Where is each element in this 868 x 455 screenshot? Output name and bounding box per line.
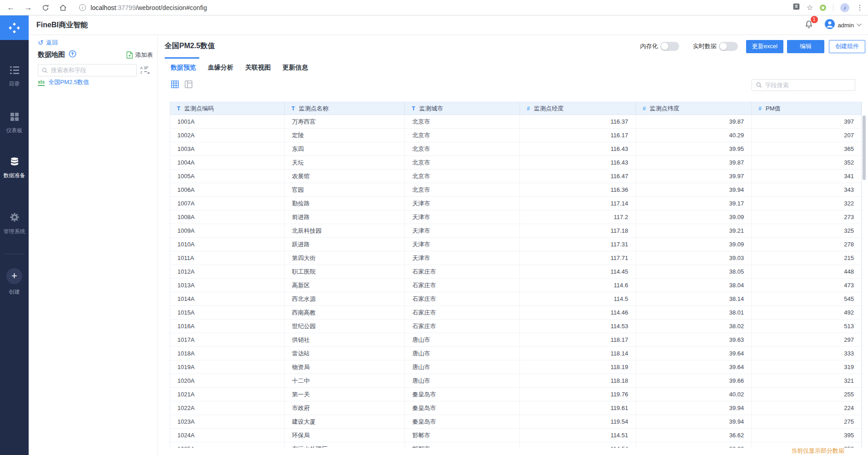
partial-data-hint: 当前仅显示部分数据: [791, 447, 844, 455]
column-header[interactable]: T监测城市: [405, 102, 520, 115]
column-label: 监测点经度: [534, 105, 564, 113]
address-bar[interactable]: localhost:37799/webroot/decision#config: [91, 4, 207, 11]
table-row: 1017A供销社唐山市118.1739.63297: [170, 333, 862, 347]
table-row: 1016A世纪公园石家庄市114.5338.02513: [170, 320, 862, 333]
table-cell: 第一关: [285, 388, 405, 401]
table-cell: 40.02: [636, 388, 752, 401]
edit-button[interactable]: 编辑: [787, 40, 824, 53]
table-cell: 39.87: [636, 156, 752, 170]
table-cell: 39.21: [636, 224, 752, 238]
table-search-input[interactable]: [51, 67, 133, 74]
table-cell: 北京市: [405, 129, 520, 142]
sidebar-item-management[interactable]: 管理系统: [0, 213, 29, 235]
table-cell: 1017A: [170, 333, 285, 347]
create-component-button[interactable]: 创建组件: [829, 40, 865, 53]
grid-view-icon[interactable]: [171, 80, 179, 90]
create-button[interactable]: +: [6, 268, 22, 284]
number-type-icon: #: [643, 105, 646, 112]
management-icon: [10, 213, 19, 224]
bookmark-star-icon[interactable]: ☆: [807, 3, 813, 12]
sidebar-item-data-preparation[interactable]: 数据准备: [0, 157, 29, 180]
table-cell: 39.64: [636, 347, 752, 360]
table-cell: 石家庄市: [405, 292, 520, 306]
translate-icon[interactable]: [793, 3, 800, 12]
table-cell: 341: [752, 170, 862, 183]
table-cell: 119.54: [520, 415, 636, 429]
table-cell: 1004A: [170, 156, 285, 170]
table-cell: 北京市: [405, 183, 520, 197]
table-cell: 39.17: [636, 197, 752, 210]
add-table-button[interactable]: 添加表: [126, 51, 153, 59]
table-list-item[interactable]: xls 全国PM2.5数值: [38, 78, 89, 86]
column-header[interactable]: T监测点名称: [285, 102, 405, 115]
table-row: 1024A环保局邯郸市114.5136.62395: [170, 429, 862, 442]
back-link[interactable]: ↺ 返回: [38, 39, 58, 47]
table-cell: 秦皇岛市: [405, 401, 520, 415]
table-row: 1013A高新区石家庄市114.638.04473: [170, 279, 862, 292]
table-cell: 天坛: [285, 156, 405, 170]
table-cell: 333: [752, 347, 862, 360]
extension-icon[interactable]: [820, 5, 826, 11]
column-header[interactable]: #监测点经度: [520, 102, 636, 115]
card-view-icon[interactable]: [185, 80, 192, 90]
table-cell: 1022A: [170, 401, 285, 415]
table-cell: 第四大街: [285, 251, 405, 265]
table-cell: 职工医院: [285, 265, 405, 279]
table-cell: 1016A: [170, 320, 285, 333]
table-row: 1009A北辰科技园天津市117.1839.21325: [170, 224, 862, 238]
table-cell: 1019A: [170, 360, 285, 374]
search-icon: [756, 82, 762, 88]
user-avatar[interactable]: [825, 19, 835, 31]
browser-refresh-icon[interactable]: [40, 4, 51, 11]
update-excel-button[interactable]: 更新excel: [746, 40, 783, 53]
column-header[interactable]: T监测点编码: [170, 102, 285, 115]
sidebar-item-label: 目录: [9, 80, 20, 88]
memory-toggle[interactable]: [660, 42, 679, 51]
column-header[interactable]: #PM值: [752, 102, 862, 115]
text-type-icon: T: [177, 105, 180, 112]
upload-circle-icon[interactable]: [69, 50, 76, 60]
page-info-icon[interactable]: i: [79, 4, 86, 11]
browser-profile-avatar[interactable]: ♪: [840, 3, 849, 12]
table-cell: 352: [752, 156, 862, 170]
chevron-down-icon[interactable]: [857, 23, 862, 27]
browser-menu-icon[interactable]: ⋮: [856, 3, 863, 12]
table-cell: 西南高教: [285, 306, 405, 320]
tab-lineage-analysis[interactable]: 血缘分析: [208, 64, 233, 72]
table-cell: 38.01: [636, 306, 752, 320]
column-header[interactable]: #监测点纬度: [636, 102, 752, 115]
table-cell: 东四: [285, 142, 405, 156]
table-cell: 117.71: [520, 251, 636, 265]
browser-back-icon[interactable]: ←: [5, 3, 16, 12]
table-cell: 207: [752, 129, 862, 142]
table-cell: 天津市: [405, 210, 520, 224]
tab-update-info[interactable]: 更新信息: [283, 64, 308, 72]
sort-az-icon[interactable]: A Z: [140, 65, 150, 76]
table-header-row: T监测点编码T监测点名称T监测城市#监测点经度#监测点纬度#PM值: [170, 102, 862, 115]
table-cell: 39.66: [636, 374, 752, 388]
tab-related-views[interactable]: 关联视图: [245, 64, 271, 72]
data-table: T监测点编码T监测点名称T监测城市#监测点经度#监测点纬度#PM值 1001A万…: [170, 102, 862, 448]
username[interactable]: admin: [838, 22, 854, 29]
notification-bell[interactable]: 1: [805, 20, 813, 30]
browser-home-icon[interactable]: [57, 4, 68, 11]
table-cell: 119.76: [520, 388, 636, 401]
browser-forward-icon[interactable]: →: [23, 3, 34, 12]
field-search-input[interactable]: [765, 82, 851, 89]
field-search-box: [752, 79, 855, 91]
sidebar-item-dashboard[interactable]: 仪表板: [0, 113, 29, 135]
table-cell: 116.37: [520, 115, 636, 129]
table-cell: 116.43: [520, 156, 636, 170]
search-icon: [42, 67, 48, 74]
table-cell: 十二中: [285, 374, 405, 388]
table-cell: 北京市: [405, 142, 520, 156]
table-cell: 天津市: [405, 238, 520, 251]
table-cell: 117.2: [520, 210, 636, 224]
table-cell: 39.94: [636, 183, 752, 197]
realtime-toggle[interactable]: [719, 42, 738, 51]
table-row: 1018A雷达站唐山市118.1439.64333: [170, 347, 862, 360]
sidebar-item-catalog[interactable]: 目录: [0, 66, 29, 88]
vertical-scrollbar[interactable]: [863, 115, 866, 180]
finebi-logo[interactable]: [0, 15, 29, 40]
tab-data-preview[interactable]: 数据预览: [171, 64, 196, 72]
